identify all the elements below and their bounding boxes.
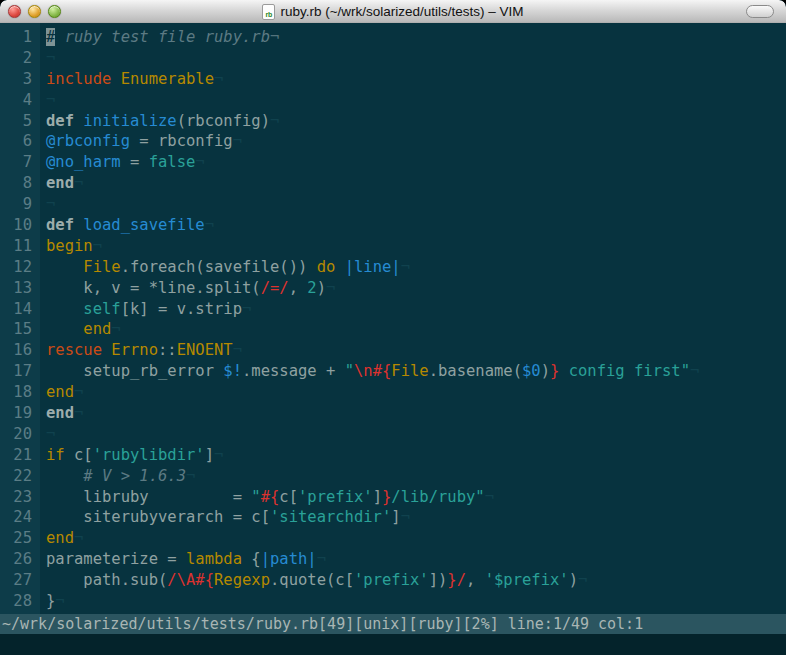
syntax-token: ¬: [242, 300, 251, 318]
syntax-token: .basename(: [429, 362, 522, 380]
syntax-token: ": [251, 488, 260, 506]
vim-command-line[interactable]: [0, 634, 786, 655]
syntax-token: [335, 258, 344, 276]
syntax-token: lambda: [186, 550, 242, 568]
line-content[interactable]: @rbconfig = rbconfig¬: [40, 132, 242, 150]
line-content[interactable]: begin¬: [40, 237, 102, 255]
code-line[interactable]: 15 end¬: [0, 319, 786, 340]
line-content[interactable]: # ruby test file ruby.rb¬: [40, 28, 279, 46]
line-content[interactable]: ¬: [40, 195, 55, 213]
syntax-token: ": [475, 488, 484, 506]
line-content[interactable]: siterubyverarch = c['sitearchdir']¬: [40, 508, 410, 526]
line-content[interactable]: end¬: [40, 383, 83, 401]
window-title: ruby.rb (~/wrk/solarized/utils/tests) – …: [280, 4, 523, 19]
line-content[interactable]: end¬: [40, 404, 83, 422]
syntax-token: c[: [65, 446, 93, 464]
syntax-token: /=/: [261, 279, 289, 297]
toolbar-toggle-button[interactable]: [746, 5, 774, 18]
code-line[interactable]: 16rescue Errno::ENOENT¬: [0, 340, 786, 361]
line-content[interactable]: # V > 1.6.3¬: [40, 467, 195, 485]
code-line[interactable]: 25end¬: [0, 528, 786, 549]
code-line[interactable]: 6@rbconfig = rbconfig¬: [0, 131, 786, 152]
syntax-token: |path|: [261, 550, 317, 568]
line-content[interactable]: ¬: [40, 91, 55, 109]
line-content[interactable]: File.foreach(savefile()) do |line|¬: [40, 258, 410, 276]
line-content[interactable]: }¬: [40, 592, 65, 610]
line-number: 27: [0, 570, 40, 591]
syntax-token: do: [317, 258, 336, 276]
line-content[interactable]: end¬: [40, 174, 83, 192]
line-content[interactable]: @no_harm = false¬: [40, 153, 205, 171]
syntax-token: ¬: [186, 467, 195, 485]
syntax-token: $!: [223, 362, 242, 380]
code-line[interactable]: 2¬: [0, 48, 786, 69]
code-line[interactable]: 1# ruby test file ruby.rb¬: [0, 27, 786, 48]
code-line[interactable]: 19end¬: [0, 403, 786, 424]
code-line[interactable]: 14 self[k] = v.strip¬: [0, 299, 786, 320]
code-line[interactable]: 10def load_savefile¬: [0, 215, 786, 236]
line-number: 17: [0, 361, 40, 382]
line-content[interactable]: libruby = "#{c['prefix']}/lib/ruby"¬: [40, 488, 494, 506]
code-line[interactable]: 26parameterize = lambda {|path|¬: [0, 549, 786, 570]
syntax-token: ¬: [93, 237, 102, 255]
syntax-token: config first: [559, 362, 680, 380]
line-number: 5: [0, 111, 40, 132]
code-line[interactable]: 5def initialize(rbconfig)¬: [0, 111, 786, 132]
syntax-token: ¬: [74, 529, 83, 547]
line-number: 25: [0, 528, 40, 549]
window-titlebar[interactable]: rb ruby.rb (~/wrk/solarized/utils/tests)…: [0, 0, 786, 24]
code-line[interactable]: 27 path.sub(/\A#{Regexp.quote(c['prefix'…: [0, 570, 786, 591]
line-number: 1: [0, 27, 40, 48]
line-content[interactable]: def initialize(rbconfig)¬: [40, 112, 279, 130]
line-content[interactable]: k, v = *line.split(/=/, 2)¬: [40, 279, 335, 297]
line-content[interactable]: end¬: [40, 320, 121, 338]
code-line[interactable]: 17 setup_rb_error $!.message + "\n#{File…: [0, 361, 786, 382]
syntax-token: ): [541, 362, 550, 380]
line-content[interactable]: ¬: [40, 49, 55, 67]
syntax-token: siterubyverarch = c[: [46, 508, 270, 526]
syntax-token: }: [382, 488, 391, 506]
line-number: 3: [0, 69, 40, 90]
syntax-token: /: [457, 571, 466, 589]
syntax-token: setup_rb_error: [46, 362, 223, 380]
line-content[interactable]: path.sub(/\A#{Regexp.quote(c['prefix'])}…: [40, 571, 587, 589]
line-content[interactable]: def load_savefile¬: [40, 216, 214, 234]
syntax-token: File: [391, 362, 428, 380]
code-line[interactable]: 13 k, v = *line.split(/=/, 2)¬: [0, 278, 786, 299]
line-content[interactable]: rescue Errno::ENOENT¬: [40, 341, 242, 359]
line-content[interactable]: ¬: [40, 425, 55, 443]
code-lines[interactable]: 1# ruby test file ruby.rb¬2¬3include Enu…: [0, 27, 786, 612]
code-line[interactable]: 9¬: [0, 194, 786, 215]
line-content[interactable]: include Enumerable¬: [40, 70, 223, 88]
syntax-token: path.sub(: [46, 571, 167, 589]
line-content[interactable]: self[k] = v.strip¬: [40, 300, 251, 318]
syntax-token: 'sitearchdir': [270, 508, 391, 526]
line-content[interactable]: parameterize = lambda {|path|¬: [40, 550, 326, 568]
syntax-token: rescue: [46, 341, 102, 359]
syntax-token: include: [46, 70, 111, 88]
code-line[interactable]: 24 siterubyverarch = c['sitearchdir']¬: [0, 507, 786, 528]
code-editor[interactable]: 1# ruby test file ruby.rb¬2¬3include Enu…: [0, 23, 786, 614]
syntax-token: [46, 467, 83, 485]
syntax-token: [74, 216, 83, 234]
code-line[interactable]: 28}¬: [0, 591, 786, 612]
syntax-token: ¬: [74, 174, 83, 192]
line-content[interactable]: end¬: [40, 529, 83, 547]
code-line[interactable]: 20¬: [0, 424, 786, 445]
line-content[interactable]: setup_rb_error $!.message + "\n#{File.ba…: [40, 362, 699, 380]
code-line[interactable]: 21if c['rubylibdir']¬: [0, 445, 786, 466]
code-line[interactable]: 7@no_harm = false¬: [0, 152, 786, 173]
code-line[interactable]: 4¬: [0, 90, 786, 111]
code-line[interactable]: 11begin¬: [0, 236, 786, 257]
line-content[interactable]: if c['rubylibdir']¬: [40, 446, 223, 464]
code-line[interactable]: 22 # V > 1.6.3¬: [0, 466, 786, 487]
code-line[interactable]: 12 File.foreach(savefile()) do |line|¬: [0, 257, 786, 278]
syntax-token: ¬: [317, 550, 326, 568]
syntax-token: /\A: [167, 571, 195, 589]
code-line[interactable]: 3include Enumerable¬: [0, 69, 786, 90]
code-line[interactable]: 23 libruby = "#{c['prefix']}/lib/ruby"¬: [0, 487, 786, 508]
vim-window: rb ruby.rb (~/wrk/solarized/utils/tests)…: [0, 0, 786, 655]
syntax-token: def: [46, 112, 74, 130]
code-line[interactable]: 8end¬: [0, 173, 786, 194]
code-line[interactable]: 18end¬: [0, 382, 786, 403]
